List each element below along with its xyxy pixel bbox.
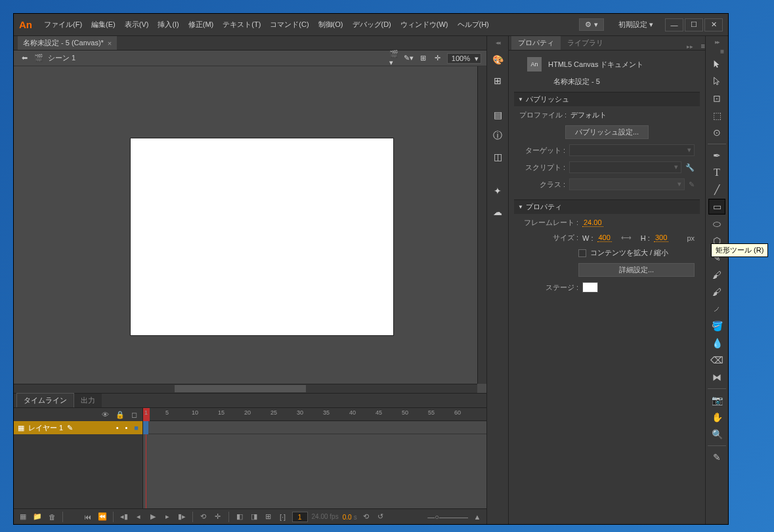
menu-commands[interactable]: コマンド(C) [266,17,312,32]
onion-outline-icon[interactable]: ◨ [249,512,259,522]
menu-control[interactable]: 制御(O) [314,17,347,32]
step-next-icon[interactable]: ▸ [162,512,173,522]
maximize-button[interactable]: ☐ [685,18,703,31]
publish-settings-button[interactable]: パブリッシュ設定... [565,125,649,139]
menu-file[interactable]: ファイル(F) [40,17,86,32]
eyedropper-tool[interactable]: 💧 [708,335,725,351]
edit-scene-icon[interactable]: 🎬▾ [389,53,400,64]
horizontal-scrollbar[interactable] [14,384,477,393]
link-dimensions-icon[interactable]: ⟷ [621,234,632,242]
undo-icon[interactable]: ⟲ [361,512,372,522]
step-back-icon[interactable]: ⏪ [97,512,108,522]
tab-library[interactable]: ライブラリ [561,36,610,50]
collapse-grip-icon[interactable]: ▸▸ [706,39,728,45]
width-value[interactable]: 400 [597,234,612,242]
publish-section-header[interactable]: ▼パブリッシュ [514,92,700,106]
align-icon[interactable]: ⊞ [491,74,504,87]
swatches-icon[interactable]: 🎨 [491,53,504,66]
subselection-tool[interactable] [708,73,725,89]
selection-tool[interactable] [708,56,725,72]
visibility-icon[interactable]: 👁 [102,411,109,419]
delete-layer-icon[interactable]: 🗑 [47,512,57,522]
workspace-dropdown[interactable]: 初期設定 ▾ [612,17,660,32]
info-icon[interactable]: ⓘ [491,129,504,142]
pen-tool[interactable]: ✒ [708,148,725,163]
layer-row[interactable]: ▦ レイヤー 1 ✎ ••■ [14,421,142,434]
menu-debug[interactable]: デバッグ(D) [349,17,395,32]
scale-content-checkbox[interactable] [578,249,586,257]
edit-multiple-icon[interactable]: ⊞ [263,512,274,522]
menu-view[interactable]: 表示(V) [121,17,153,32]
next-keyframe-icon[interactable]: ▮▸ [177,512,187,522]
onion-skin-icon[interactable]: ◧ [234,512,245,522]
tab-output[interactable]: 出力 [74,394,102,407]
color-icon[interactable]: ▤ [491,108,504,121]
panel-menu-icon[interactable]: ≡ [720,48,724,55]
bone-tool[interactable]: ⟋ [708,301,725,317]
onion-markers-icon[interactable]: [·] [278,512,288,522]
eraser-tool[interactable]: ⌫ [708,352,725,368]
cc-libraries-icon[interactable]: ☁ [491,205,504,218]
timeline-view-icon[interactable]: ▲ [472,512,483,522]
timeline-zoom-slider[interactable]: —○———— [427,513,468,521]
tab-properties[interactable]: プロパティ [511,36,561,50]
scene-clapper-icon[interactable]: 🎬 [33,53,44,64]
new-layer-icon[interactable]: ▦ [18,512,28,522]
width-tool[interactable]: ⧓ [708,369,725,385]
play-icon[interactable]: ▶ [148,512,158,522]
timeline-ruler[interactable]: 1 5 10 15 20 25 30 35 40 45 50 55 [143,408,486,421]
vertical-scrollbar[interactable] [477,66,486,384]
camera-tool[interactable]: 📷 [708,392,725,408]
properties-section-header[interactable]: ▼プロパティ [514,200,700,214]
stage-area[interactable] [14,66,486,393]
menu-insert[interactable]: 挿入(I) [154,17,183,32]
brush-library-icon[interactable]: ✦ [491,184,504,197]
scrollbar-thumb[interactable] [175,385,306,392]
document-tab[interactable]: 名称未設定 - 5 (Canvas)* × [18,36,117,50]
menu-help[interactable]: ヘルプ(H) [454,17,493,32]
frame-track[interactable] [143,421,486,434]
selected-frame[interactable] [143,421,148,434]
loop-icon[interactable]: ⟲ [198,512,209,522]
lock-icon[interactable]: 🔒 [116,411,125,419]
line-tool[interactable]: ╱ [708,182,725,197]
new-folder-icon[interactable]: 📁 [32,512,43,522]
free-transform-tool[interactable]: ⊡ [708,91,725,106]
back-icon[interactable]: ⬅ [19,53,30,64]
collapse-grip-icon[interactable]: ▸▸ [687,43,693,50]
advanced-settings-button[interactable]: 詳細設定... [578,263,695,277]
center-frame-icon[interactable]: ✛ [213,512,223,522]
loop-playback-icon[interactable]: ↺ [376,512,386,522]
tab-timeline[interactable]: タイムライン [16,393,74,407]
framerate-value[interactable]: 24.00 [582,218,603,227]
hand-tool[interactable]: ✋ [708,409,725,425]
stage-center-icon[interactable]: ✛ [433,53,443,64]
paint-brush-tool[interactable]: 🖌 [708,267,725,283]
rectangle-tool[interactable]: ▭ [708,199,725,215]
zoom-tool[interactable]: 🔍 [708,426,725,442]
oval-tool[interactable]: ⬭ [708,216,725,232]
close-tab-icon[interactable]: × [108,39,112,47]
stroke-color-tool[interactable]: ✎ [708,449,725,465]
fps-label[interactable]: 24.00 fps [312,513,339,520]
outline-icon[interactable]: ◻ [131,411,137,419]
3d-rotation-tool[interactable]: ⬚ [708,108,725,123]
height-value[interactable]: 300 [654,234,668,242]
layer-name[interactable]: レイヤー 1 [28,423,63,433]
goto-first-icon[interactable]: ⏮ [83,512,93,522]
scene-label[interactable]: シーン 1 [48,53,75,63]
close-button[interactable]: ✕ [704,18,723,31]
menu-text[interactable]: テキスト(T) [219,17,265,32]
step-prev-icon[interactable]: ◂ [133,512,144,522]
wrench-icon[interactable]: 🔧 [685,163,695,172]
zoom-select[interactable]: 100% [447,53,481,64]
lasso-tool[interactable]: ⊙ [708,125,725,140]
menu-window[interactable]: ウィンドウ(W) [397,17,452,32]
clip-overflow-icon[interactable]: ⊞ [418,53,429,64]
sync-settings-button[interactable]: ⚙▾ [579,18,604,31]
current-frame[interactable]: 1 [292,512,308,522]
menu-modify[interactable]: 修正(M) [184,17,218,32]
brush-tool[interactable]: 🖌 [708,284,725,300]
prev-keyframe-icon[interactable]: ◂▮ [119,512,129,522]
panel-menu-icon[interactable]: ≡ [701,42,705,50]
